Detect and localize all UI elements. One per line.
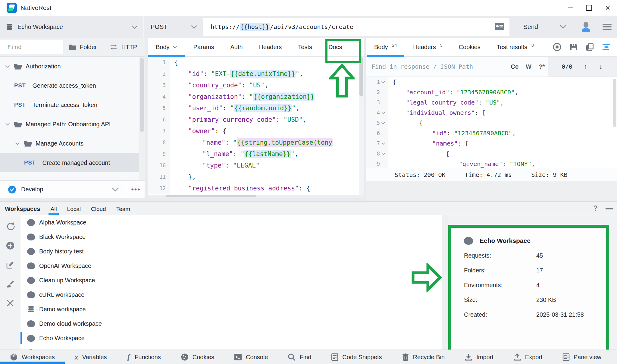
sidebar-find-input[interactable]: Find	[0, 40, 63, 54]
main-area: Find Folder HTTP AuthorizationPSTGenerat…	[0, 38, 617, 201]
statusbar-item-functions[interactable]: ƒFunctions	[117, 350, 171, 364]
workspace-item-curl-workspace[interactable]: cURL workspace	[20, 287, 442, 302]
tree-request-terminate-access-token[interactable]: PSTTerminate access_token	[0, 95, 139, 115]
code-line: 7"owner": {	[148, 125, 364, 137]
regex-button[interactable]: ?*	[535, 63, 548, 70]
account-button[interactable]	[575, 16, 597, 38]
fold-chevron-icon[interactable]	[381, 122, 386, 124]
response-find-input[interactable]: Find in response / JSON Path	[371, 63, 473, 70]
tree-request-generate-access-token[interactable]: PSTGenerate access_token	[0, 76, 139, 95]
workspace-item-demo-workspace[interactable]: Demo workspace	[20, 302, 442, 316]
new-folder-button[interactable]: Folder	[63, 38, 103, 56]
statusbar-item-export[interactable]: Export	[503, 350, 553, 364]
workspace-name: Echo Workspace	[39, 335, 85, 342]
format-icon[interactable]	[602, 43, 611, 51]
workspace-item-alpha-workspace[interactable]: Alpha Workspace	[20, 215, 442, 230]
main-menu-button[interactable]	[597, 16, 617, 38]
workspace-item-clean-up-workspace[interactable]: Clean up Workspace	[20, 273, 442, 287]
request-tab-body[interactable]: Body	[148, 38, 185, 56]
workspaces-tab-local[interactable]: Local	[66, 206, 82, 215]
workspaces-tab-cloud[interactable]: Cloud	[90, 206, 107, 215]
maximize-button[interactable]	[580, 0, 598, 16]
match-case-button[interactable]: Cc	[507, 63, 522, 70]
send-button[interactable]: Send	[509, 16, 551, 38]
function-icon: ƒ	[127, 353, 131, 362]
edit-icon[interactable]	[6, 260, 15, 269]
close-button[interactable]: ✕	[598, 0, 617, 16]
response-tab-cookies[interactable]: Cookies	[451, 38, 489, 56]
cleanup-brush-icon[interactable]	[6, 280, 15, 289]
tree-folder-manage-accounts[interactable]: Manage Accounts	[0, 134, 139, 153]
request-tab-params[interactable]: Params	[185, 38, 222, 56]
refresh-icon[interactable]	[6, 222, 15, 231]
statusbar-item-import[interactable]: Import	[455, 350, 503, 364]
statusbar-item-find[interactable]: Find	[278, 350, 321, 364]
workspace-item-demo-cloud-workspace[interactable]: Demo cloud workspace	[20, 316, 442, 331]
tree-scrollbar[interactable]	[139, 57, 145, 180]
statusbar-item-variables[interactable]: xVariables	[65, 350, 117, 364]
tree-folder-authorization[interactable]: Authorization	[0, 57, 139, 76]
delete-x-icon[interactable]	[6, 299, 14, 307]
request-tab-headers[interactable]: Headers	[251, 38, 290, 56]
help-icon[interactable]: ?	[593, 204, 598, 212]
browser-icon[interactable]	[553, 42, 562, 52]
save-icon[interactable]	[569, 43, 578, 51]
tree-item-label: Create managed account	[42, 159, 110, 166]
url-input[interactable]: https://{{host}}/api/v3/accounts/create	[203, 18, 509, 36]
workspace-item-echo-workspace[interactable]: Echo Workspace	[20, 331, 442, 345]
statusbar-item-console[interactable]: Console	[224, 350, 278, 364]
workspace-item-black-workspace[interactable]: Black Workspace	[20, 230, 442, 244]
fold-chevron-icon[interactable]	[381, 152, 386, 155]
minimize-button[interactable]	[561, 0, 580, 16]
whole-word-button[interactable]: W	[522, 63, 535, 70]
code-line: 9"l_name": "{{lastName}}",	[148, 148, 364, 160]
workspace-name: Demo cloud workspace	[39, 320, 102, 327]
statusbar-item-label: Pane view	[574, 354, 601, 361]
fold-chevron-icon[interactable]	[381, 81, 386, 83]
request-tab-tests[interactable]: Tests	[290, 38, 320, 56]
next-match-button[interactable]: ↓	[599, 62, 603, 71]
workspaces-tab-all[interactable]: All	[49, 206, 58, 215]
response-tab-body[interactable]: Body24	[366, 38, 405, 56]
chevron-down-icon[interactable]	[4, 65, 11, 68]
workspace-list-scrollbar[interactable]	[442, 215, 448, 350]
fold-chevron-icon[interactable]	[381, 142, 386, 145]
statusbar-item-cookies[interactable]: Cookies	[171, 350, 224, 364]
tree-folder-managed-path-onboarding-api[interactable]: Managed Path: Onboarding API	[0, 115, 139, 134]
method-selector[interactable]: POST	[144, 16, 203, 38]
previous-match-button[interactable]: ↑	[584, 62, 587, 71]
copy-icon[interactable]	[586, 43, 594, 51]
environment-selector[interactable]: Develop •••	[0, 180, 145, 198]
workspace-selector[interactable]: Echo Workspace	[0, 16, 144, 38]
workspace-icon	[27, 277, 35, 284]
workspace-item-openai-workspace[interactable]: OpenAI Workspace	[20, 259, 442, 273]
statusbar-item-code-snippets[interactable]: Code Snippets	[321, 350, 392, 364]
response-scrollbar[interactable]	[613, 79, 616, 127]
request-editor-scrollbar[interactable]	[359, 57, 364, 195]
statusbar-item-pane-view[interactable]: Pane view	[553, 350, 611, 364]
fold-chevron-icon[interactable]	[381, 111, 386, 114]
code-line: 1{	[366, 77, 617, 87]
response-body-viewer[interactable]: 1{2"account_id": "1234567890ABCD",3"lega…	[366, 77, 617, 168]
response-tab-test-results[interactable]: Test results8	[489, 38, 542, 56]
tree-item-label: Generate access_token	[32, 82, 96, 89]
tree-request-create-managed-account[interactable]: PSTCreate managed account	[0, 153, 139, 172]
request-editor-hscrollbar[interactable]	[148, 195, 364, 198]
new-http-request-button[interactable]: HTTP	[103, 38, 143, 56]
workspaces-tab-team[interactable]: Team	[115, 206, 131, 215]
add-workspace-icon[interactable]	[6, 241, 15, 250]
chevron-down-icon[interactable]	[4, 123, 11, 126]
request-tab-auth[interactable]: Auth	[222, 38, 251, 56]
workspace-item-body-history-test[interactable]: Body history test	[20, 244, 442, 259]
send-options-button[interactable]	[551, 16, 575, 38]
folder-open-icon	[14, 121, 22, 127]
method-badge: PST	[24, 159, 36, 166]
response-tab-headers[interactable]: Headers5	[405, 38, 450, 56]
chevron-down-icon[interactable]	[14, 142, 21, 145]
workspace-item-echo-workspace-n[interactable]: Echo Workspace N	[20, 345, 442, 350]
statusbar-item-recycle-bin[interactable]: Recycle Bin	[392, 350, 455, 364]
url-description-icon[interactable]	[494, 22, 505, 31]
environment-more-button[interactable]: •••	[127, 185, 145, 194]
statusbar-item-workspaces[interactable]: Workspaces	[0, 350, 65, 364]
panel-minimize-icon[interactable]	[606, 208, 613, 209]
